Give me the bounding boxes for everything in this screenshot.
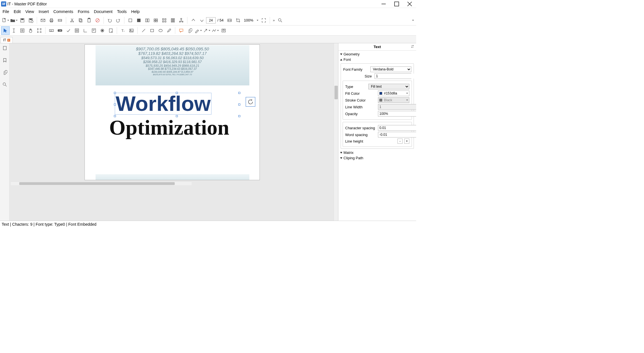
font-size-input[interactable]: ▲▼: [375, 73, 411, 79]
type-select[interactable]: Fill text: [368, 84, 409, 89]
menu-comments[interactable]: Comments: [51, 9, 75, 14]
vertical-scrollbar[interactable]: [334, 43, 338, 221]
prohibit-icon[interactable]: [93, 16, 102, 25]
word-spacing-input[interactable]: ▲▼: [378, 132, 416, 137]
text-tool[interactable]: T+: [119, 26, 127, 35]
layout-columns-icon[interactable]: [168, 16, 177, 25]
button-field-tool[interactable]: OK: [56, 26, 64, 35]
menu-insert[interactable]: Insert: [37, 9, 51, 14]
save-as-button[interactable]: [27, 16, 35, 25]
page-outline-icon[interactable]: [126, 16, 135, 25]
font-family-select[interactable]: Verdana-Bold: [370, 66, 411, 72]
menu-edit[interactable]: Edit: [12, 9, 23, 14]
new-file-button[interactable]: [1, 16, 10, 25]
edit-object-tool[interactable]: [35, 26, 44, 35]
highlight-tool[interactable]: [194, 26, 202, 35]
toolbar-more[interactable]: »: [272, 18, 276, 22]
form-tool[interactable]: [18, 26, 27, 35]
combo-field-tool[interactable]: [90, 26, 98, 35]
minimize-button[interactable]: [381, 1, 386, 7]
crop-icon[interactable]: [234, 16, 242, 25]
fullscreen-icon[interactable]: [260, 16, 268, 25]
paste-button[interactable]: [85, 16, 93, 25]
zoom-dropdown[interactable]: [255, 16, 260, 25]
hand-tool[interactable]: [27, 26, 35, 35]
open-file-button[interactable]: [10, 16, 18, 25]
line-tool[interactable]: [139, 26, 148, 35]
undo-button[interactable]: [105, 16, 114, 25]
menu-bar: File Edit View Insert Comments Forms Doc…: [0, 8, 416, 15]
cut-button[interactable]: [68, 16, 76, 25]
layout-split-icon[interactable]: [143, 16, 152, 25]
line-height-increase[interactable]: +: [404, 139, 409, 144]
navigation-sidebar: [0, 43, 10, 221]
menu-tools[interactable]: Tools: [115, 9, 129, 14]
signature-tool[interactable]: [81, 26, 90, 35]
panel-settings-icon[interactable]: [410, 44, 414, 49]
arrow-tool[interactable]: [202, 26, 211, 35]
search-panel-icon[interactable]: [2, 82, 7, 88]
layout-grid-icon[interactable]: [160, 16, 168, 25]
prev-page-button[interactable]: [189, 16, 198, 25]
save-button[interactable]: [18, 16, 27, 25]
fit-width-icon[interactable]: [225, 16, 234, 25]
close-button[interactable]: [407, 1, 412, 7]
text-field-tool[interactable]: ab: [47, 26, 56, 35]
toolbar-overflow[interactable]: [410, 16, 415, 25]
select-tool[interactable]: [1, 26, 10, 35]
print-button[interactable]: [47, 16, 56, 25]
selected-text-object[interactable]: Workflow: [115, 93, 211, 115]
page-fill-icon[interactable]: [135, 16, 143, 25]
section-geometry[interactable]: Geometry: [340, 51, 414, 57]
email-button[interactable]: [39, 16, 47, 25]
layout-pages-icon[interactable]: [152, 16, 160, 25]
scan-button[interactable]: [56, 16, 64, 25]
note-tool[interactable]: [107, 26, 115, 35]
page[interactable]: $907,700.05 $805,049.45 $050,095.50 $767…: [85, 44, 260, 180]
list-field-tool[interactable]: [73, 26, 81, 35]
sitemap-icon[interactable]: [177, 16, 185, 25]
horizontal-scrollbar[interactable]: [11, 181, 192, 185]
text-cursor-tool[interactable]: [10, 26, 18, 35]
ellipse-tool[interactable]: [156, 26, 165, 35]
line-height-decrease[interactable]: -: [397, 139, 403, 144]
font-group: Font Family Verdana-Bold Size ▲▼ Type Fi…: [341, 63, 414, 149]
fill-color-picker[interactable]: #153d8a: [378, 91, 409, 96]
section-font[interactable]: Font: [340, 57, 414, 62]
pages-panel-icon[interactable]: [2, 46, 7, 51]
polyline-tool[interactable]: [211, 26, 219, 35]
line-width-label: Line Width: [345, 105, 367, 109]
section-matrix[interactable]: Matrix: [340, 150, 414, 155]
opacity-input[interactable]: ▲▼: [378, 111, 416, 117]
callout-tool[interactable]: [177, 26, 185, 35]
page-text-optimization[interactable]: Optimization: [109, 117, 229, 138]
stamp-tool[interactable]: [219, 26, 228, 35]
tab-it[interactable]: IT ×: [1, 37, 13, 43]
checkbox-tool[interactable]: [64, 26, 73, 35]
canvas-scroll[interactable]: $907,700.05 $805,049.45 $050,095.50 $767…: [10, 43, 334, 221]
bookmarks-panel-icon[interactable]: [2, 58, 7, 64]
section-clipping[interactable]: Cliping Path: [340, 155, 414, 161]
attachments-panel-icon[interactable]: [2, 70, 7, 76]
maximize-button[interactable]: [394, 1, 399, 7]
char-spacing-input[interactable]: ▲▼: [378, 125, 416, 131]
rotate-handle[interactable]: [246, 97, 255, 107]
pencil-tool[interactable]: [165, 26, 173, 35]
search-icon[interactable]: [276, 16, 284, 25]
menu-forms[interactable]: Forms: [76, 9, 91, 14]
tab-close-icon[interactable]: ×: [7, 39, 10, 42]
image-tool[interactable]: [127, 26, 136, 35]
app-icon: M: [1, 1, 6, 7]
next-page-button[interactable]: [198, 16, 206, 25]
menu-help[interactable]: Help: [129, 9, 142, 14]
menu-file[interactable]: File: [1, 9, 11, 14]
zoom-value[interactable]: 100%: [242, 18, 255, 22]
attachment-tool[interactable]: [185, 26, 194, 35]
redo-button[interactable]: [114, 16, 122, 25]
menu-view[interactable]: View: [23, 9, 36, 14]
page-number-input[interactable]: [206, 17, 216, 23]
rect-tool[interactable]: [148, 26, 156, 35]
menu-document[interactable]: Document: [92, 9, 114, 14]
radio-tool[interactable]: [98, 26, 107, 35]
copy-button[interactable]: [76, 16, 85, 25]
